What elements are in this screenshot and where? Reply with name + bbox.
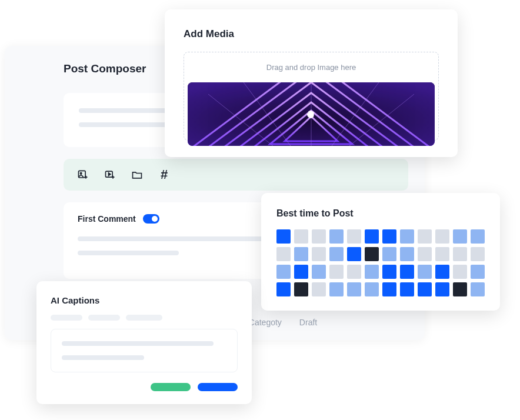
heat-cell[interactable] [453, 229, 467, 244]
heat-cell[interactable] [347, 229, 361, 244]
composer-toolbar: # [64, 159, 408, 191]
heat-cell[interactable] [329, 282, 344, 296]
hashtag-icon[interactable]: # [158, 168, 171, 181]
heat-cell[interactable] [347, 247, 361, 261]
add-media-card: Add Media Drag and drop Image here [165, 9, 458, 157]
video-add-icon[interactable] [104, 168, 116, 181]
heat-cell[interactable] [382, 282, 396, 296]
folder-icon[interactable] [131, 168, 144, 181]
heat-cell[interactable] [382, 265, 396, 279]
heat-cell[interactable] [329, 229, 344, 244]
heat-cell[interactable] [276, 265, 291, 279]
first-comment-toggle[interactable] [143, 214, 159, 224]
heat-cell[interactable] [471, 247, 485, 261]
heat-cell[interactable] [418, 282, 432, 296]
heat-cell[interactable] [347, 282, 361, 296]
ai-captions-card: AI Captions [36, 281, 252, 404]
heat-cell[interactable] [294, 247, 308, 261]
ai-caption-chips [51, 315, 238, 321]
heat-cell[interactable] [435, 229, 449, 244]
heat-cell[interactable] [365, 265, 379, 279]
heat-cell[interactable] [400, 229, 414, 244]
heat-cell[interactable] [294, 282, 308, 296]
heat-cell[interactable] [400, 265, 414, 279]
placeholder-line [62, 341, 214, 346]
heat-cell[interactable] [365, 247, 379, 261]
best-time-title: Best time to Post [276, 208, 485, 219]
placeholder-line [78, 251, 179, 255]
ai-caption-actions [51, 383, 238, 391]
ai-captions-title: AI Captions [51, 295, 238, 305]
image-add-icon[interactable] [76, 168, 89, 181]
heat-cell[interactable] [312, 282, 326, 296]
heat-cell[interactable] [347, 265, 361, 279]
heat-cell[interactable] [418, 229, 432, 244]
best-time-heatmap[interactable] [276, 229, 485, 296]
heat-cell[interactable] [276, 282, 291, 296]
heat-cell[interactable] [312, 229, 326, 244]
heat-cell[interactable] [276, 247, 291, 261]
media-dropzone[interactable]: Drag and drop Image here [184, 52, 439, 141]
heat-cell[interactable] [365, 229, 379, 244]
svg-point-4 [81, 172, 82, 174]
media-preview[interactable] [188, 82, 435, 146]
ai-approve-button[interactable] [151, 383, 191, 391]
heat-cell[interactable] [382, 247, 396, 261]
heat-cell[interactable] [471, 229, 485, 244]
heat-cell[interactable] [294, 265, 308, 279]
heat-cell[interactable] [365, 282, 379, 296]
heat-cell[interactable] [471, 282, 485, 296]
ai-caption-output [51, 329, 238, 372]
grab-cursor-icon [305, 108, 318, 121]
placeholder-line [62, 355, 144, 360]
heat-cell[interactable] [382, 229, 396, 244]
caption-chip[interactable] [88, 315, 120, 321]
heat-cell[interactable] [435, 247, 449, 261]
heat-cell[interactable] [453, 265, 467, 279]
heat-cell[interactable] [435, 265, 449, 279]
heat-cell[interactable] [453, 282, 467, 296]
heat-cell[interactable] [418, 247, 432, 261]
heat-cell[interactable] [418, 265, 432, 279]
heat-cell[interactable] [329, 265, 344, 279]
heat-cell[interactable] [312, 265, 326, 279]
heat-cell[interactable] [312, 247, 326, 261]
heat-cell[interactable] [294, 229, 308, 244]
ai-generate-button[interactable] [198, 383, 238, 391]
dropzone-hint: Drag and drop Image here [184, 63, 438, 72]
first-comment-title: First Comment [78, 214, 136, 224]
best-time-card: Best time to Post [261, 193, 500, 311]
caption-chip[interactable] [126, 315, 162, 321]
heat-cell[interactable] [400, 247, 414, 261]
heat-cell[interactable] [453, 247, 467, 261]
add-media-title: Add Media [184, 28, 439, 40]
heat-cell[interactable] [471, 265, 485, 279]
svg-marker-6 [109, 173, 111, 176]
heat-cell[interactable] [276, 229, 291, 244]
heat-cell[interactable] [400, 282, 414, 296]
heat-cell[interactable] [435, 282, 449, 296]
heat-cell[interactable] [329, 247, 344, 261]
caption-chip[interactable] [51, 315, 82, 321]
tab-draft[interactable]: Draft [299, 318, 317, 327]
